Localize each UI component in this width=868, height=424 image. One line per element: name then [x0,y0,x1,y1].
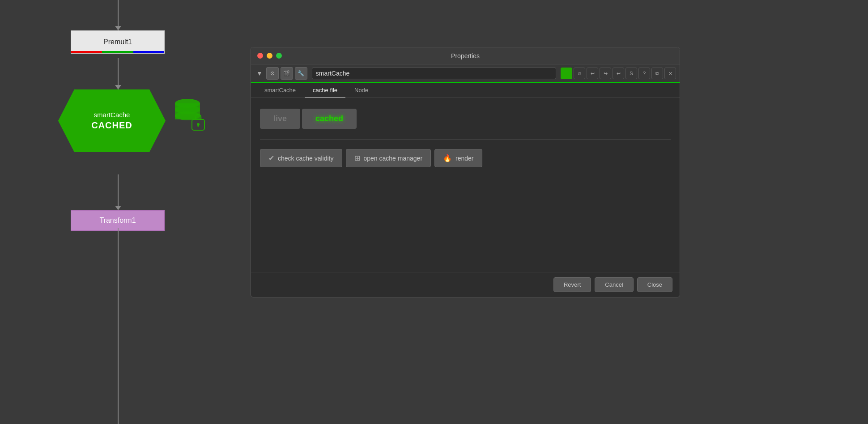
color-green [102,51,133,53]
arrow-down-middle [115,85,121,89]
panel-content: live cached ✔ check cache validity ⊞ ope… [251,98,680,272]
separator-line [260,140,671,140]
render-button[interactable]: 🔥 render [434,149,482,167]
revert-button[interactable]: Revert [553,277,591,292]
render-icon: 🔥 [443,154,452,162]
panel-toolbar: ▼ ⊙ 🎬 🔧 ⧄ ↩ ↪ ↩ S [251,64,680,83]
cached-mode-button[interactable]: cached [302,109,357,129]
slash-square-btn[interactable]: ⧄ [574,68,585,79]
question-btn[interactable]: ? [638,68,650,79]
premult-node[interactable]: Premult1 [71,30,165,54]
undo-btn[interactable]: ↩ [587,68,598,79]
arrow-down-bottom [115,206,121,210]
window-btn[interactable]: ⧉ [651,68,663,79]
wrench-icon: 🔧 [298,70,304,76]
panel-title: Properties [451,52,480,59]
panel-footer: Revert Cancel Close [251,272,680,297]
connector-line-continue [118,228,119,424]
properties-panel: Properties ▼ ⊙ 🎬 🔧 ⧄ ↩ ↪ ↩ [251,47,680,297]
database-lock-icon [172,96,208,134]
cache-manager-icon: ⊞ [354,154,360,162]
close-button[interactable]: Close [637,277,672,292]
smartcache-node-label: smartCache [94,111,130,119]
circle-icon: ⊙ [270,70,275,76]
open-cache-manager-button[interactable]: ⊞ open cache manager [346,149,431,167]
action-buttons: ✔ check cache validity ⊞ open cache mana… [260,149,671,167]
transform-node-label: Transform1 [99,216,136,225]
tab-smartcache[interactable]: smartCache [256,83,304,98]
wrench-toolbar-btn[interactable]: 🔧 [295,67,307,80]
db-icon-container [172,96,208,136]
svg-rect-8 [198,124,199,127]
maximize-window-button[interactable] [276,53,282,59]
undo-icon: ↩ [591,71,595,76]
color-blue [133,51,164,53]
film-toolbar-btn[interactable]: 🎬 [281,67,293,80]
connector-line-bottom [118,174,119,210]
panel-titlebar: Properties [251,47,680,64]
cancel-button[interactable]: Cancel [595,277,633,292]
window-icon: ⧉ [655,71,659,76]
film-icon: 🎬 [283,70,290,76]
undo2-icon: ↪ [604,71,608,76]
smartcache-container: smartCache CACHED [58,89,166,152]
titlebar-buttons [257,53,282,59]
tab-node[interactable]: Node [346,83,376,98]
toolbar-right-icons: ⧄ ↩ ↪ ↩ S ? ⧉ ✕ [561,68,676,79]
smartcache-node[interactable]: smartCache CACHED [58,89,166,152]
circle-toolbar-btn[interactable]: ⊙ [266,67,279,80]
close-panel-icon: ✕ [668,71,672,76]
s-icon: S [630,71,633,76]
slash-square-icon: ⧄ [578,71,581,76]
expand-icon[interactable]: ▼ [255,68,264,79]
node-graph: Premult1 smartCache CACHED [0,0,251,424]
minimize-window-button[interactable] [267,53,272,59]
close-panel-btn[interactable]: ✕ [664,68,676,79]
question-icon: ? [643,71,646,76]
s-btn[interactable]: S [625,68,637,79]
smartcache-node-sublabel: CACHED [91,120,132,131]
live-mode-button[interactable]: live [260,109,300,129]
arrow-down-top [115,26,121,30]
premult-color-bar [71,51,164,53]
svg-rect-5 [175,116,200,119]
check-cache-validity-button[interactable]: ✔ check cache validity [260,149,342,167]
green-square-btn[interactable] [561,68,572,79]
premult-node-label: Premult1 [103,38,132,46]
check-validity-icon: ✔ [268,154,274,162]
color-red [71,51,102,53]
redo-btn[interactable]: ↩ [613,68,624,79]
close-window-button[interactable] [257,53,263,59]
tab-cachefile[interactable]: cache file [305,83,345,98]
redo-icon: ↩ [617,71,621,76]
mode-buttons: live cached [260,109,671,129]
panel-tabs: smartCache cache file Node [251,83,680,98]
undo2-btn[interactable]: ↪ [600,68,611,79]
node-name-input[interactable] [312,68,556,79]
